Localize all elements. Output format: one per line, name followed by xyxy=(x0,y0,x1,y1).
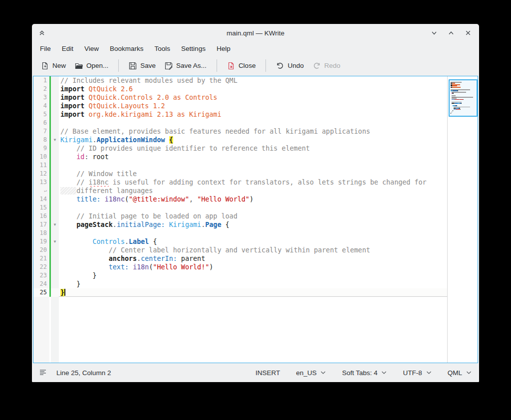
code-line[interactable]: 22 text: i18n("Hello World!") xyxy=(33,263,447,271)
window-title: main.qml — KWrite xyxy=(32,29,479,37)
redo-button: Redo xyxy=(308,59,345,73)
line-number: 2 xyxy=(33,85,49,93)
menu-edit[interactable]: Edit xyxy=(56,43,79,54)
undo-button-label: Undo xyxy=(287,62,303,69)
fold-column xyxy=(51,254,59,263)
code-text: // i18nc is useful for adding context fo… xyxy=(59,178,447,187)
toolbar-separator xyxy=(217,59,217,72)
code-text xyxy=(59,229,447,237)
syntax-mode-select[interactable]: QML xyxy=(448,369,472,377)
line-number: 10 xyxy=(33,153,49,161)
line-number: 14 xyxy=(33,195,49,204)
minimap-viewport[interactable] xyxy=(449,79,478,117)
minimap-scrollbar[interactable] xyxy=(447,76,478,363)
undo-button[interactable]: Undo xyxy=(271,59,308,73)
close-button[interactable] xyxy=(465,29,472,36)
fold-column xyxy=(51,170,59,178)
fold-arrow-icon[interactable]: ▼ xyxy=(51,237,59,246)
code-line[interactable]: 9 // ID provides unique identifier to re… xyxy=(33,144,447,153)
menu-settings[interactable]: Settings xyxy=(176,43,211,54)
line-settings-icon[interactable] xyxy=(39,369,48,376)
code-pane[interactable]: 1// Includes relevant modules used by th… xyxy=(33,76,447,363)
code-line[interactable]: 19▼ Controls.Label { xyxy=(33,237,447,246)
line-number: 15 xyxy=(33,204,49,212)
code-line[interactable]: 11 xyxy=(33,161,447,170)
wrap-indicator: ↩ xyxy=(33,187,49,195)
undo-icon xyxy=(276,62,284,70)
chevron-down-icon xyxy=(426,371,432,375)
line-number: 22 xyxy=(33,263,49,271)
tab-mode-select[interactable]: Soft Tabs: 4 xyxy=(342,369,387,377)
line-number: 6 xyxy=(33,119,49,127)
fold-column xyxy=(51,102,59,110)
fold-column xyxy=(51,110,59,119)
code-line[interactable]: 24 } xyxy=(33,280,447,288)
titlebar[interactable]: main.qml — KWrite xyxy=(32,24,479,42)
line-number: 7 xyxy=(33,127,49,136)
fold-column xyxy=(51,119,59,127)
menu-file[interactable]: File xyxy=(34,43,56,54)
menu-help[interactable]: Help xyxy=(211,43,236,54)
menu-tools[interactable]: Tools xyxy=(149,43,176,54)
editor-empty-area[interactable] xyxy=(33,297,447,363)
code-line[interactable]: ↩ different languages xyxy=(33,187,447,195)
code-line[interactable]: 21 anchors.centerIn: parent xyxy=(33,254,447,263)
open-button[interactable]: Open... xyxy=(70,59,113,73)
encoding-select[interactable]: UTF-8 xyxy=(403,369,431,377)
save-as-button-label: Save As... xyxy=(176,62,207,69)
fold-column xyxy=(51,212,59,220)
line-number: 25 xyxy=(33,288,49,297)
close-document-button[interactable]: Close xyxy=(223,59,260,73)
line-number: 3 xyxy=(33,93,49,102)
dictionary-select[interactable]: en_US xyxy=(296,369,326,377)
code-text: // Center label horizontally and vertica… xyxy=(59,246,447,254)
chevron-down-icon xyxy=(320,371,326,375)
minimize-button[interactable] xyxy=(431,29,438,36)
code-line[interactable]: 4import QtQuick.Layouts 1.2 xyxy=(33,102,447,110)
code-line[interactable]: 20 // Center label horizontally and vert… xyxy=(33,246,447,254)
code-line[interactable]: 25} xyxy=(33,288,447,297)
fold-column xyxy=(51,161,59,170)
code-text: anchors.centerIn: parent xyxy=(59,254,447,263)
code-text: Controls.Label { xyxy=(59,237,447,246)
new-button[interactable]: New xyxy=(36,59,70,73)
fold-arrow-icon[interactable]: ▼ xyxy=(51,136,59,144)
menu-bookmarks[interactable]: Bookmarks xyxy=(104,43,149,54)
code-text: // Window title xyxy=(59,170,447,178)
code-line[interactable]: 17▼ pageStack.initialPage: Kirigami.Page… xyxy=(33,220,447,229)
code-text xyxy=(59,161,447,170)
chevron-down-icon xyxy=(381,371,387,375)
code-line[interactable]: 5import org.kde.kirigami 2.13 as Kirigam… xyxy=(33,110,447,119)
save-button[interactable]: Save xyxy=(124,59,160,73)
code-line[interactable]: 2import QtQuick 2.6 xyxy=(33,85,447,93)
input-mode[interactable]: INSERT xyxy=(256,369,280,377)
code-text: // Includes relevant modules used by the… xyxy=(59,76,447,85)
encoding-label: UTF-8 xyxy=(403,369,422,377)
line-number: 8 xyxy=(33,136,49,144)
new-document-icon xyxy=(41,62,49,70)
cursor-position[interactable]: Line 25, Column 2 xyxy=(56,369,111,377)
shade-window-button[interactable] xyxy=(38,29,45,36)
gutter-filler xyxy=(33,297,49,363)
code-line[interactable]: 14 title: i18nc("@title:window", "Hello … xyxy=(33,195,447,204)
code-line[interactable]: 10 id: root xyxy=(33,153,447,161)
code-line[interactable]: 16 // Initial page to be loaded on app l… xyxy=(33,212,447,220)
code-line[interactable]: 6 xyxy=(33,119,447,127)
code-line[interactable]: 12 // Window title xyxy=(33,170,447,178)
code-line[interactable]: 3import QtQuick.Controls 2.0 as Controls xyxy=(33,93,447,102)
close-document-label: Close xyxy=(239,62,256,69)
code-line[interactable]: 8▼Kirigami.ApplicationWindow { xyxy=(33,136,447,144)
code-line[interactable]: 18 xyxy=(33,229,447,237)
maximize-button[interactable] xyxy=(448,29,455,36)
code-text: } xyxy=(59,271,447,280)
code-line[interactable]: 15 xyxy=(33,204,447,212)
code-line[interactable]: 7// Base element, provides basic feature… xyxy=(33,127,447,136)
fold-arrow-icon[interactable]: ▼ xyxy=(51,220,59,229)
code-line[interactable]: 13 // i18nc is useful for adding context… xyxy=(33,178,447,187)
code-line[interactable]: 1// Includes relevant modules used by th… xyxy=(33,76,447,85)
save-as-button[interactable]: Save As... xyxy=(160,59,211,73)
line-number: 9 xyxy=(33,144,49,153)
menu-view[interactable]: View xyxy=(79,43,104,54)
fold-filler xyxy=(51,297,59,363)
code-line[interactable]: 23 } xyxy=(33,271,447,280)
